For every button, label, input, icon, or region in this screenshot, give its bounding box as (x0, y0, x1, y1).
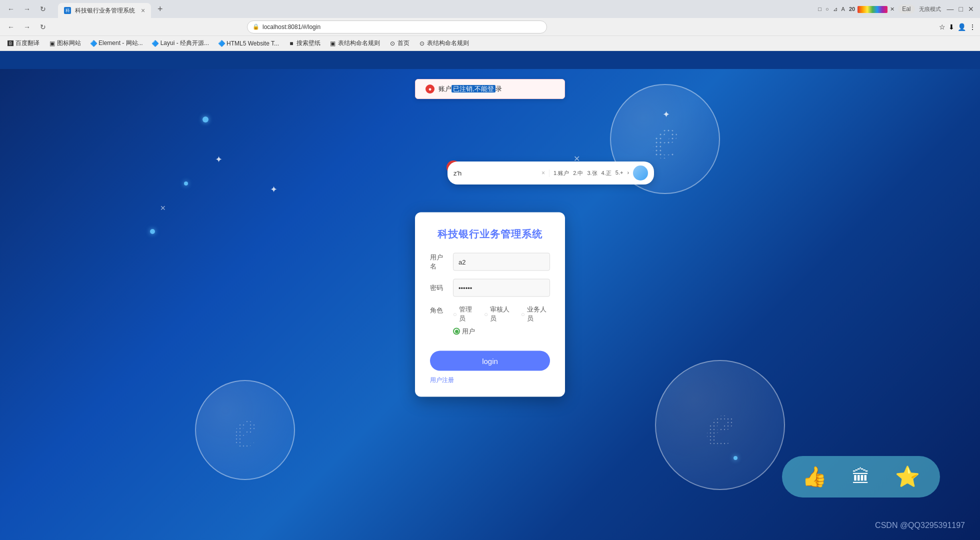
bookmark-table-rule[interactable]: ▣ 表结构命名规则 (326, 38, 383, 48)
role-user[interactable]: 用户 (453, 327, 475, 336)
username-row: 用户名 (430, 253, 550, 271)
bookmark-wallpaper[interactable]: ■ 搜索壁纸 (285, 38, 324, 48)
forward-button[interactable]: → (20, 2, 34, 16)
menu-icon[interactable]: ⋮ (969, 23, 976, 31)
glow-dot-2 (184, 182, 188, 186)
username-label: 用户名 (430, 253, 448, 271)
login-title: 科技银行业务管理系统 (430, 228, 550, 241)
login-button[interactable]: login (430, 351, 550, 371)
tool-icon-3[interactable]: ⊿ (832, 6, 839, 13)
suggestion-next[interactable]: › (627, 170, 629, 177)
autocomplete-input[interactable] (454, 170, 538, 177)
csdn-watermark: CSDN @QQ3295391197 (875, 521, 965, 530)
cta-bar: 👍 🏛 ⭐ (782, 456, 940, 498)
svg-text:e: e (233, 398, 258, 459)
tool-icon-5[interactable]: ✕ (888, 6, 896, 13)
browser-nav-icons: ← → ↻ (4, 2, 50, 16)
role-admin-label: 管理员 (459, 305, 476, 323)
suggestion-5[interactable]: 5.+ (616, 170, 624, 177)
new-tab-button[interactable]: + (153, 2, 167, 16)
download-icon[interactable]: ⬇ (948, 23, 954, 31)
top-right-text: Eal (898, 4, 914, 14)
lock-icon: 🔒 (252, 24, 260, 30)
refresh-button-2[interactable]: ↻ (36, 20, 50, 34)
bookmark-star-icon[interactable]: ☆ (939, 23, 946, 31)
star-deco-1: ✦ (662, 109, 670, 120)
glow-dot-5 (734, 456, 738, 460)
active-tab[interactable]: 科 科技银行业务管理系统 × (58, 3, 151, 18)
role-business[interactable]: ○ 业务人员 (521, 305, 550, 323)
font-size-label: 20 (848, 6, 856, 13)
tool-icon-1[interactable]: □ (816, 6, 823, 13)
star-icon[interactable]: ⭐ (895, 465, 920, 488)
autocomplete-widget[interactable]: × 1.账户 2.中 3.张 4.正 5.+ › (448, 162, 654, 184)
password-row: 密码 (430, 279, 550, 297)
tab-favicon: 科 (64, 7, 71, 14)
bookmark-label-4: Layui - 经典开源... (160, 39, 209, 48)
minimize-button[interactable]: — (945, 5, 956, 13)
role-options: ○ 管理员 ○ 审核人员 ○ 业务人员 (453, 305, 550, 340)
bookmark-html5[interactable]: 🔷 HTML5 Website T... (215, 39, 282, 48)
suggestion-3[interactable]: 3.张 (587, 170, 597, 177)
register-link[interactable]: 用户注册 (430, 376, 550, 384)
bookmark-layui[interactable]: 🔷 Layui - 经典开源... (149, 38, 212, 48)
address-url: localhost:8081/#/login (262, 24, 320, 30)
suggestion-1[interactable]: 1.账户 (554, 170, 569, 177)
bookmark-label-5: HTML5 Website T... (226, 40, 279, 47)
bookmark-home[interactable]: ⊙ 首页 (386, 38, 412, 48)
forward-button-2[interactable]: → (20, 20, 34, 34)
browser-actions: ☆ ⬇ 👤 ⋮ (939, 23, 976, 31)
bubble-bottom-right: e (655, 360, 785, 490)
main-background: e e e ✦ ✦ ✦ ✕ ✕ (0, 69, 980, 540)
bookmark-baidu[interactable]: 🅱 百度翻译 (4, 38, 42, 48)
close-button[interactable]: ✕ (966, 5, 976, 13)
element-icon: 🔷 (90, 40, 97, 47)
bookmark-table-rule-2[interactable]: ⊙ 表结构命名规则 (416, 38, 472, 48)
baidu-icon: 🅱 (7, 40, 14, 47)
password-input[interactable] (453, 279, 550, 297)
dotted-e-bottom-right: e (660, 365, 780, 485)
user-profile-icon[interactable]: 👤 (958, 23, 966, 31)
login-card: 科技银行业务管理系统 用户名 密码 角色 ○ 管理员 ○ (415, 212, 565, 397)
glow-dot-3 (150, 229, 155, 234)
color-picker[interactable] (858, 6, 888, 13)
cross-deco-2: ✕ (160, 204, 166, 212)
maximize-button[interactable]: □ (957, 5, 965, 13)
browser-top-bar: ← → ↻ 科 科技银行业务管理系统 × + □ ○ ⊿ A 20 ✕ (0, 0, 980, 18)
username-input[interactable] (453, 253, 550, 271)
back-button-2[interactable]: ← (4, 20, 18, 34)
bookmark-label-3: Element - 网站... (98, 39, 143, 48)
bookmark-label-2: 图标网站 (57, 39, 81, 48)
error-icon: ● (426, 84, 434, 94)
bookmark-label-9: 表结构命名规则 (427, 39, 469, 48)
bookmark-element[interactable]: 🔷 Element - 网站... (87, 38, 146, 48)
suggestion-4[interactable]: 4.正 (602, 170, 612, 177)
role-admin[interactable]: ○ 管理员 (453, 305, 476, 323)
address-bar-row: ← → ↻ 🔒 localhost:8081/#/login ☆ ⬇ 👤 ⋮ (0, 18, 980, 36)
role-section: 角色 ○ 管理员 ○ 审核人员 ○ 业务人员 (430, 305, 550, 340)
role-auditor-label: 审核人员 (490, 305, 513, 323)
role-row-2: 用户 (453, 327, 550, 336)
radio-auditor: ○ (484, 310, 488, 318)
svg-text:e: e (706, 388, 734, 460)
suggestion-2[interactable]: 2.中 (573, 170, 583, 177)
address-bar[interactable]: 🔒 localhost:8081/#/login (247, 20, 547, 34)
role-row-1: ○ 管理员 ○ 审核人员 ○ 业务人员 (453, 305, 550, 323)
role-auditor[interactable]: ○ 审核人员 (484, 305, 513, 323)
table-rule-2-icon: ⊙ (418, 40, 426, 47)
tool-icon-4[interactable]: A (840, 6, 846, 13)
bookmark-icons[interactable]: ▣ 图标网站 (46, 38, 84, 48)
tool-icon-2[interactable]: ○ (824, 6, 830, 13)
error-text: 账户已注销,不能登录 (438, 84, 502, 94)
role-user-label: 用户 (462, 327, 475, 336)
like-icon[interactable]: 👍 (802, 465, 827, 488)
person-icon[interactable]: 🏛 (852, 466, 870, 488)
tab-title: 科技银行业务管理系统 (75, 6, 135, 15)
refresh-button[interactable]: ↻ (36, 2, 50, 16)
top-right-toolbar: □ ○ ⊿ A 20 ✕ (816, 6, 896, 13)
autocomplete-clear[interactable]: × (542, 170, 545, 176)
tab-close-icon[interactable]: × (141, 6, 145, 14)
back-button[interactable]: ← (4, 2, 18, 16)
window-controls: — □ ✕ (945, 5, 976, 13)
error-notification: ● 账户已注销,不能登录 (415, 79, 565, 99)
